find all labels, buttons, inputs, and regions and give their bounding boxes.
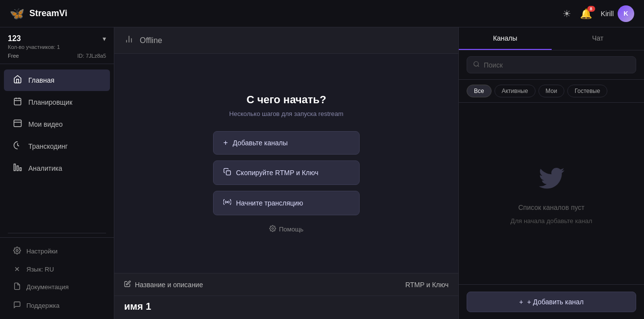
header: 🦋 StreamVi ☀ 🔔 8 Kirill K <box>0 0 644 27</box>
plan-badge: Free <box>8 53 19 59</box>
search-icon <box>473 61 480 69</box>
filter-active-button[interactable]: Активные <box>494 85 536 97</box>
start-stream-button[interactable]: Начните трансляцию <box>213 191 360 215</box>
support-icon <box>13 301 21 310</box>
channels-empty-subtitle: Для начала добавьте канал <box>511 217 592 225</box>
plus-icon: + <box>223 138 228 147</box>
edit-title-label: Название и описание <box>135 281 203 289</box>
workspace-dropdown-button[interactable]: ▾ <box>103 35 106 43</box>
svg-point-15 <box>272 228 274 229</box>
onboarding-buttons: + Добавьте каналы Скопируйте RTMP и Ключ… <box>213 131 360 215</box>
workspace-name: 123 <box>8 34 21 43</box>
svg-rect-4 <box>14 120 21 127</box>
support-label: Поддержка <box>26 302 60 309</box>
sidebar-bottom: Настройки ✕ Язык: RU Документация Поддер… <box>0 237 114 319</box>
help-link[interactable]: Помощь <box>269 225 303 233</box>
sidebar-item-transcoding-label: Транскодинг <box>28 142 68 150</box>
sidebar-item-support[interactable]: Поддержка <box>4 296 110 315</box>
svg-rect-13 <box>226 171 231 175</box>
search-wrapper <box>467 56 636 73</box>
svg-rect-7 <box>17 166 19 171</box>
sidebar-nav: Главная Планировщик Мои видео Транскодин… <box>0 64 114 229</box>
sidebar-item-videos[interactable]: Мои видео <box>4 114 110 135</box>
svg-point-9 <box>16 250 18 251</box>
svg-rect-0 <box>14 98 21 105</box>
sidebar-divider <box>8 233 106 233</box>
onboarding-subtitle: Несколько шагов для запуска restream <box>229 110 343 117</box>
sidebar: 123 ▾ Кол-во участников: 1 Free ID: 7JLz… <box>0 27 114 319</box>
sidebar-item-language[interactable]: ✕ Язык: RU <box>4 261 110 277</box>
user-name: Kirill <box>601 10 614 18</box>
avatar: K <box>618 5 634 22</box>
filter-guest-button[interactable]: Гостевые <box>567 85 607 97</box>
sidebar-item-docs[interactable]: Документация <box>4 278 110 296</box>
theme-toggle-button[interactable]: ☀ <box>562 8 571 20</box>
sidebar-item-transcoding[interactable]: Транскодинг <box>4 136 110 157</box>
svg-point-14 <box>227 202 228 203</box>
settings-icon <box>13 247 21 256</box>
stream-content: С чего начать? Несколько шагов для запус… <box>114 54 458 273</box>
sidebar-item-scheduler-label: Планировщик <box>28 98 72 106</box>
add-channel-button[interactable]: + + Добавить канал <box>467 292 636 312</box>
notifications-button[interactable]: 🔔 8 <box>580 8 592 20</box>
workspace-participants: Кол-во участников: 1 <box>8 44 106 50</box>
sidebar-item-scheduler[interactable]: Планировщик <box>4 91 110 113</box>
gear-icon <box>269 225 276 233</box>
stream-footer: Название и описание RTMP и Ключ <box>114 273 458 296</box>
center-panel: Offline С чего начать? Несколько шагов д… <box>114 27 458 319</box>
stream-status-icon <box>124 34 134 46</box>
sidebar-item-analytics-label: Аналитика <box>28 164 62 172</box>
workspace-id: ID: 7JLz8a5 <box>77 53 106 59</box>
right-panel: Каналы Чат Все Активные Мои Гостевые Спи… <box>458 27 644 319</box>
rtmp-key-button[interactable]: RTMP и Ключ <box>405 281 449 289</box>
filter-all-button[interactable]: Все <box>467 85 492 97</box>
stream-title: имя 1 <box>124 301 449 312</box>
stream-header: Offline <box>114 27 458 54</box>
add-channel-label: + Добавить канал <box>527 298 584 306</box>
add-channels-label: Добавьте каналы <box>233 139 287 147</box>
language-label: Язык: RU <box>26 266 54 273</box>
sidebar-item-settings[interactable]: Настройки <box>4 242 110 260</box>
empty-channels-icon <box>537 163 566 198</box>
tab-channels[interactable]: Каналы <box>459 27 552 50</box>
svg-line-17 <box>478 66 479 67</box>
logo-icon: 🦋 <box>10 7 24 21</box>
help-label: Помощь <box>279 226 303 233</box>
copy-rtmp-button[interactable]: Скопируйте RTMP и Ключ <box>213 160 360 185</box>
sun-icon: ☀ <box>562 8 571 20</box>
pencil-icon <box>124 280 131 289</box>
filter-mine-button[interactable]: Мои <box>538 85 565 97</box>
analytics-icon <box>13 163 22 174</box>
add-channel-plus-icon: + <box>519 298 523 306</box>
sidebar-item-home[interactable]: Главная <box>4 69 110 91</box>
notification-badge: 8 <box>587 6 595 12</box>
channels-empty-title: Список каналов пуст <box>518 204 584 211</box>
edit-title-button[interactable]: Название и описание <box>124 280 203 289</box>
svg-point-16 <box>474 62 478 66</box>
search-input[interactable] <box>484 61 630 69</box>
user-menu[interactable]: Kirill K <box>601 5 634 22</box>
add-channel-footer: + + Добавить канал <box>459 284 644 319</box>
logo[interactable]: 🦋 StreamVi <box>10 7 67 21</box>
calendar-icon <box>13 97 22 108</box>
channels-search <box>459 50 644 80</box>
video-icon <box>13 119 22 130</box>
svg-rect-8 <box>20 168 21 171</box>
tab-chat[interactable]: Чат <box>552 27 644 50</box>
sidebar-item-analytics[interactable]: Аналитика <box>4 158 110 179</box>
svg-rect-6 <box>14 164 16 171</box>
onboarding-title: С чего начать? <box>246 93 326 106</box>
copy-icon <box>223 168 231 178</box>
right-tabs: Каналы Чат <box>459 27 644 50</box>
main-layout: 123 ▾ Кол-во участников: 1 Free ID: 7JLz… <box>0 27 644 319</box>
sidebar-item-home-label: Главная <box>28 76 54 84</box>
channels-filter: Все Активные Мои Гостевые <box>459 80 644 103</box>
header-actions: ☀ 🔔 8 Kirill K <box>562 5 634 22</box>
copy-rtmp-label: Скопируйте RTMP и Ключ <box>236 169 319 177</box>
stream-status-text: Offline <box>140 36 162 45</box>
add-channels-button[interactable]: + Добавьте каналы <box>213 131 360 155</box>
settings-label: Настройки <box>26 248 58 255</box>
home-icon <box>13 75 22 86</box>
docs-label: Документация <box>26 283 69 291</box>
start-stream-label: Начните трансляцию <box>236 199 303 207</box>
